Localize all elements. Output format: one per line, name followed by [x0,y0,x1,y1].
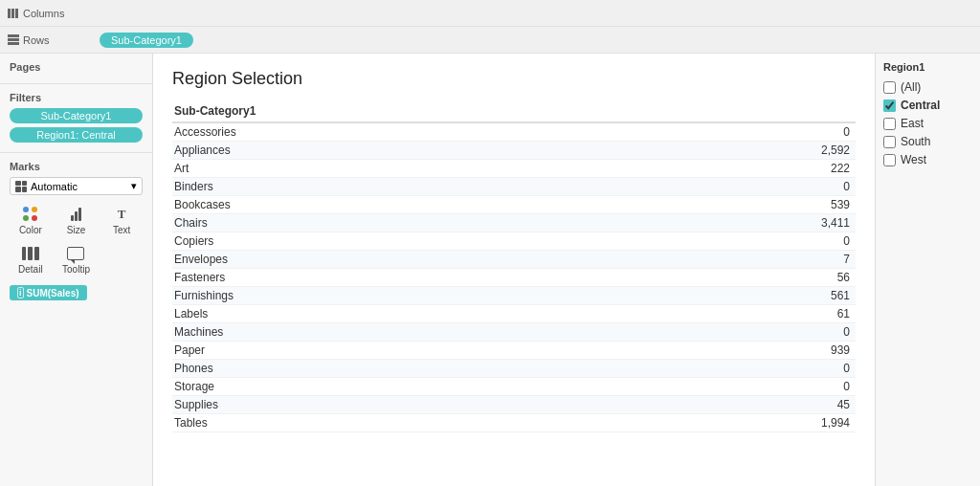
table-cell-label: Bookcases [172,196,657,214]
region-option-east[interactable]: East [883,117,972,130]
table-cell-value: 0 [657,178,856,196]
tooltip-icon [65,245,86,262]
table-cell-value: 939 [657,342,856,360]
marks-detail[interactable]: Detail [10,242,52,277]
marks-text[interactable]: T Text [100,203,143,238]
table-cell-value: 56 [657,269,856,287]
region-option-west[interactable]: West [883,153,972,166]
region-checkbox-west[interactable] [883,154,896,166]
filter-subcategory[interactable]: Sub-Category1 [10,108,143,123]
table-row: Bookcases539 [172,196,856,214]
table-cell-value: 0 [657,360,856,378]
region-label: West [901,153,926,166]
table-row: Accessories0 [172,122,856,142]
svg-rect-0 [8,9,11,18]
svg-rect-5 [8,42,19,45]
table-row: Envelopes7 [172,251,856,269]
marks-color[interactable]: Color [10,203,52,238]
table-row: Copiers0 [172,232,856,251]
table-cell-value: 0 [657,122,856,142]
region-options: (All)CentralEastSouthWest [883,80,972,166]
table-cell-label: Copiers [172,232,657,251]
detail-label: Detail [18,264,43,275]
sidebar: Pages Filters Sub-Category1 Region1: Cen… [0,54,153,486]
table-row: Machines0 [172,323,856,342]
pages-title: Pages [10,61,143,73]
table-row: Paper939 [172,342,856,360]
size-icon [65,206,86,223]
table-cell-label: Machines [172,323,657,342]
table-row: Phones0 [172,360,856,378]
table-cell-value: 45 [657,396,856,414]
toolbar: Columns Rows Sub-Category1 [0,0,980,54]
sum-sales-pill[interactable]: i SUM(Sales) [10,285,87,300]
region-option-south[interactable]: South [883,135,972,148]
table-cell-value: 2,592 [657,142,856,160]
region-checkbox-south[interactable] [883,136,896,148]
region-checkbox-all[interactable] [883,81,896,94]
table-row: Fasteners56 [172,269,856,287]
table-cell-label: Storage [172,378,657,396]
rows-pill[interactable]: Sub-Category1 [100,33,193,48]
rows-icon [8,34,19,46]
page-title: Region Selection [172,69,856,89]
table-cell-label: Chairs [172,214,657,232]
region-label: South [901,135,930,148]
filters-title: Filters [10,92,143,103]
marks-grid: Color Size T [10,203,143,277]
table-cell-label: Fasteners [172,269,657,287]
table-cell-value: 222 [657,160,856,178]
region-option-all[interactable]: (All) [883,80,972,94]
table-cell-label: Labels [172,305,657,323]
table-row: Binders0 [172,178,856,196]
text-label: Text [113,225,130,235]
svg-rect-1 [11,9,14,18]
pages-section: Pages [0,54,152,84]
col-header-subcategory: Sub-Category1 [172,102,657,122]
table-cell-value: 3,411 [657,214,856,232]
region-label: (All) [901,80,921,94]
table-row: Labels61 [172,305,856,323]
table-row: Storage0 [172,378,856,396]
marks-tooltip[interactable]: Tooltip [56,242,98,277]
filter-region[interactable]: Region1: Central [10,127,143,143]
col-header-value [657,102,856,122]
region-checkbox-east[interactable] [883,118,896,130]
rows-row: Rows Sub-Category1 [0,27,980,54]
sum-label: SUM(Sales) [27,288,79,298]
table-cell-label: Tables [172,414,657,432]
svg-rect-2 [15,9,18,18]
region-panel-title: Region1 [883,61,972,73]
data-table: Sub-Category1 Accessories0Appliances2,59… [172,102,856,432]
table-icon [15,181,27,192]
columns-icon [8,8,19,19]
region-option-central[interactable]: Central [883,99,972,112]
columns-label: Columns [8,8,94,19]
marks-size[interactable]: Size [56,203,98,238]
main-layout: Pages Filters Sub-Category1 Region1: Cen… [0,54,980,486]
table-cell-value: 7 [657,251,856,269]
content-area: Region Selection Sub-Category1 Accessori… [153,54,875,486]
right-panel: Region1 (All)CentralEastSouthWest [875,54,980,486]
size-label: Size [67,225,85,235]
region-checkbox-central[interactable] [883,99,896,112]
table-cell-value: 61 [657,305,856,323]
svg-rect-4 [8,38,19,41]
tooltip-label: Tooltip [62,264,90,275]
table-cell-label: Paper [172,342,657,360]
table-cell-label: Phones [172,360,657,378]
table-row: Furnishings561 [172,287,856,305]
table-cell-value: 0 [657,323,856,342]
hash-icon: i [17,287,24,298]
marks-dropdown-label: Automatic [31,181,78,192]
rows-label: Rows [8,34,94,46]
table-cell-label: Art [172,160,657,178]
table-row: Tables1,994 [172,414,856,432]
table-cell-value: 1,994 [657,414,856,432]
table-cell-label: Furnishings [172,287,657,305]
table-cell-label: Binders [172,178,657,196]
marks-dropdown[interactable]: Automatic ▾ [10,177,143,195]
table-row: Art222 [172,160,856,178]
region-label: East [901,117,924,130]
marks-section: Marks Automatic ▾ [0,153,152,308]
